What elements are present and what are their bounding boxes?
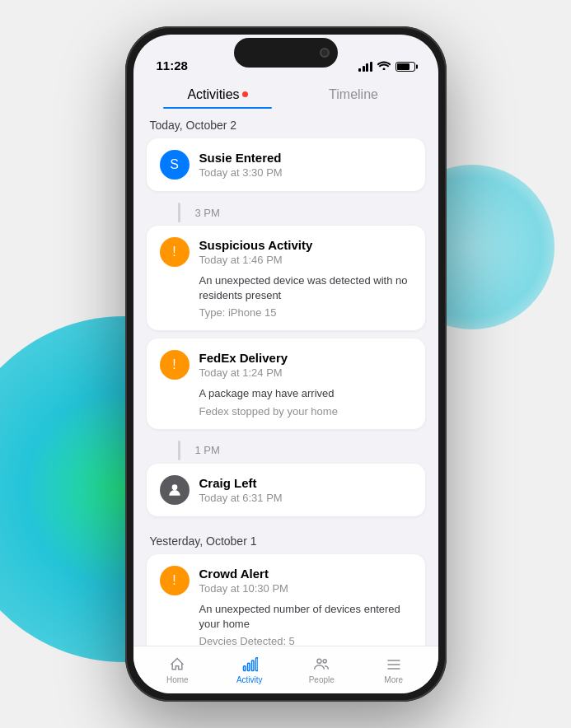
phone-notch xyxy=(234,38,338,68)
card-title: FedEx Delivery xyxy=(199,351,412,365)
phone-screen: 11:28 xyxy=(133,35,438,693)
activity-card-crowd[interactable]: ! Crowd Alert Today at 10:30 PM An unexp… xyxy=(147,554,425,646)
home-icon xyxy=(169,656,185,673)
tab-home-label: Home xyxy=(166,675,189,684)
section-header-yesterday: Yesterday, October 1 xyxy=(133,525,438,554)
alert-icon-crowd: ! xyxy=(160,566,190,595)
card-time: Today at 3:30 PM xyxy=(199,166,412,179)
card-title: Suspicious Activity xyxy=(199,238,412,252)
tab-more[interactable]: More xyxy=(358,656,430,684)
tab-activities[interactable]: Activities xyxy=(150,79,286,109)
time-divider-3pm: 3 PM xyxy=(133,199,438,226)
activity-card-craig-left[interactable]: Craig Left Today at 6:31 PM xyxy=(147,464,425,516)
tab-more-label: More xyxy=(384,675,403,684)
activity-card-susie-entered[interactable]: S Susie Entered Today at 3:30 PM xyxy=(147,138,425,191)
card-time: Today at 1:46 PM xyxy=(199,254,412,266)
card-title: Craig Left xyxy=(199,476,412,490)
status-icons xyxy=(358,60,415,72)
tab-people[interactable]: People xyxy=(286,656,358,684)
activity-card-fedex[interactable]: ! FedEx Delivery Today at 1:24 PM A pack… xyxy=(147,338,425,428)
more-icon xyxy=(386,656,402,673)
phone-frame: 11:28 xyxy=(125,26,447,702)
alert-icon-fedex: ! xyxy=(160,350,190,380)
tab-activity[interactable]: Activity xyxy=(213,656,286,684)
avatar-craig-left xyxy=(160,475,190,505)
tab-timeline[interactable]: Timeline xyxy=(286,79,422,109)
alert-icon-suspicious: ! xyxy=(160,237,190,267)
section-header-today: Today, October 2 xyxy=(133,109,438,138)
top-tab-bar: Activities Timeline xyxy=(133,79,438,109)
card-desc: A package may have arrived xyxy=(199,386,412,401)
time-label: 3 PM xyxy=(195,207,220,219)
time-label: 1 PM xyxy=(195,444,220,456)
svg-rect-1 xyxy=(243,665,246,670)
card-time: Today at 1:24 PM xyxy=(199,366,412,379)
card-desc: An unexpected device was detected with n… xyxy=(199,273,412,303)
bottom-tab-bar: Home Activity xyxy=(133,646,438,693)
card-detail: Type: iPhone 15 xyxy=(199,306,412,319)
activity-icon xyxy=(241,656,258,673)
people-icon xyxy=(313,656,330,673)
avatar-susie: S xyxy=(160,150,190,180)
time-divider-1pm: 1 PM xyxy=(133,437,438,464)
card-desc: An unexpected number of devices entered … xyxy=(199,602,412,632)
card-time: Today at 6:31 PM xyxy=(199,492,412,504)
tab-underline xyxy=(163,107,272,109)
activity-feed[interactable]: Today, October 2 S Susie Entered Today a… xyxy=(133,109,438,646)
wifi-icon xyxy=(377,60,391,72)
card-title: Crowd Alert xyxy=(199,567,412,581)
status-time: 11:28 xyxy=(157,58,188,72)
card-title: Susie Entered xyxy=(199,151,412,165)
svg-point-0 xyxy=(171,484,177,490)
svg-rect-4 xyxy=(255,657,258,670)
card-detail: Fedex stopped by your home xyxy=(199,405,412,418)
battery-icon xyxy=(395,62,415,72)
screen-inner: 11:28 xyxy=(133,35,438,693)
tab-people-label: People xyxy=(309,675,335,684)
activity-card-suspicious[interactable]: ! Suspicious Activity Today at 1:46 PM A… xyxy=(147,226,425,330)
notch-camera xyxy=(320,48,330,58)
svg-rect-2 xyxy=(247,663,250,670)
svg-rect-3 xyxy=(251,660,254,671)
tab-activity-label: Activity xyxy=(236,675,263,684)
tab-home[interactable]: Home xyxy=(142,656,214,684)
card-detail: Devcies Detected: 5 xyxy=(199,635,412,646)
svg-point-6 xyxy=(323,659,326,662)
activities-dot xyxy=(242,91,248,97)
card-time: Today at 10:30 PM xyxy=(199,582,412,595)
svg-point-5 xyxy=(317,659,321,663)
signal-icon xyxy=(358,62,372,72)
